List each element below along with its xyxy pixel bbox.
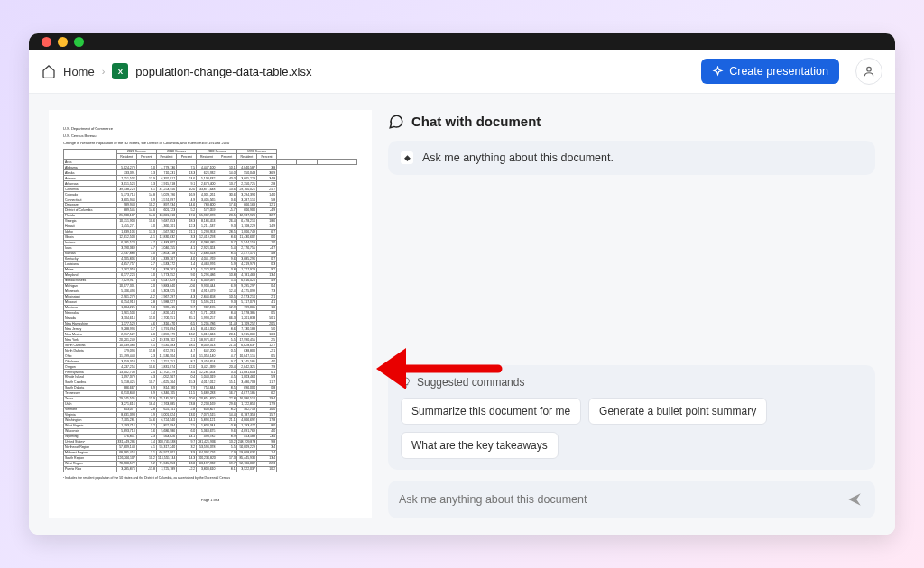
topbar: Home › X population-change-data-table.xl… (29, 50, 895, 94)
lightbulb-icon (401, 377, 411, 388)
excel-file-icon: X (112, 63, 128, 79)
create-presentation-button[interactable]: Create presentation (701, 59, 839, 84)
census-data-table: 2020 Census2010 Census2000 Census1990 Ce… (63, 149, 357, 472)
suggestion-chip-0[interactable]: Summarize this document for me (401, 398, 581, 425)
create-presentation-label: Create presentation (729, 65, 828, 78)
chat-welcome-text: Ask me anything about this document. (422, 151, 614, 164)
user-icon (863, 65, 875, 78)
breadcrumb-filename: population-change-data-table.xlsx (135, 65, 311, 78)
suggestion-chip-2[interactable]: What are the key takeaways (401, 432, 559, 459)
sparkle-icon (712, 66, 724, 78)
window-minimize-button[interactable] (58, 37, 68, 47)
home-icon (42, 64, 56, 78)
suggested-commands-box: Suggested commands Summarize this docume… (388, 365, 875, 470)
chat-welcome-message: ◆ Ask me anything about this document. (388, 141, 875, 175)
svg-point-0 (867, 67, 872, 71)
main-area: U.S. Department of Commerce U.S. Census … (29, 94, 895, 536)
doc-bureau-line: U.S. Census Bureau (63, 133, 357, 138)
chevron-right-icon: › (102, 66, 106, 77)
chat-input-container (388, 481, 875, 518)
breadcrumb-home[interactable]: Home (63, 65, 95, 78)
user-avatar-button[interactable] (855, 58, 882, 85)
suggestion-chip-1[interactable]: Generate a bullet point summary (588, 398, 767, 425)
chat-header: Chat with document (388, 110, 875, 130)
document-content: U.S. Department of Commerce U.S. Census … (63, 126, 357, 503)
send-button[interactable] (845, 490, 864, 509)
doc-dept-line: U.S. Department of Commerce (63, 126, 357, 131)
window-maximize-button[interactable] (74, 37, 84, 47)
window-close-button[interactable] (42, 37, 51, 47)
doc-page-number: Page 1 of 3 (63, 498, 357, 502)
chat-panel: Chat with document ◆ Ask me anything abo… (388, 110, 875, 519)
doc-footnote: ¹ Includes the resident population of th… (63, 476, 357, 480)
ai-avatar-icon: ◆ (401, 151, 413, 164)
window-titlebar (29, 33, 895, 50)
breadcrumb: Home › X population-change-data-table.xl… (42, 63, 312, 79)
chat-bubble-icon (388, 114, 404, 130)
send-icon (846, 491, 863, 508)
suggested-commands-label: Suggested commands (401, 376, 863, 389)
doc-title: Change in Resident Population of the 50 … (63, 141, 357, 145)
browser-window: Home › X population-change-data-table.xl… (29, 33, 895, 535)
app-body: Home › X population-change-data-table.xl… (29, 50, 895, 536)
chat-title: Chat with document (411, 114, 541, 129)
document-preview-panel[interactable]: U.S. Department of Commerce U.S. Census … (49, 110, 372, 519)
chat-input[interactable] (399, 493, 837, 506)
